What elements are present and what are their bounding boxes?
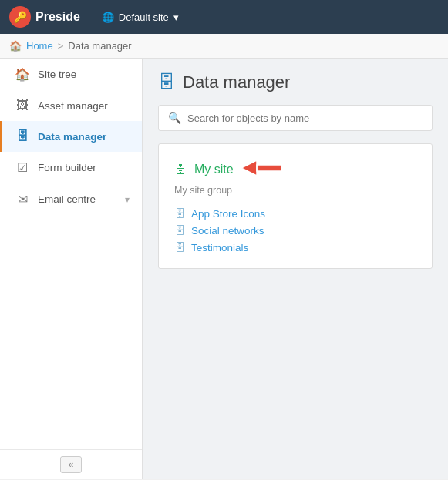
page-title-db-icon: 🗄 <box>158 72 175 92</box>
preside-icon <box>9 6 31 28</box>
page-title-area: 🗄 Data manager <box>158 72 433 92</box>
email-centre-icon: ✉ <box>15 192 30 206</box>
globe-icon: 🌐 <box>102 12 114 23</box>
site-selector-label: Default site <box>119 12 169 23</box>
list-item-app-store-icons[interactable]: 🗄 App Store Icons <box>174 205 416 222</box>
data-card-header: 🗄 My site <box>174 156 416 182</box>
content-area: 🗄 Data manager 🔍 🗄 My site <box>143 59 448 479</box>
list-item-social-networks[interactable]: 🗄 Social networks <box>174 222 416 239</box>
item-label-testimonials: Testimonials <box>191 242 248 253</box>
breadcrumb-separator: > <box>58 40 64 52</box>
sidebar-item-data-manager[interactable]: 🗄 Data manager <box>0 121 142 152</box>
site-tree-icon: 🏠 <box>15 67 30 82</box>
main-layout: 🏠 Site tree 🖼 Asset manager 🗄 Data manag… <box>0 59 448 479</box>
data-card: 🗄 My site My site group <box>158 143 433 269</box>
site-selector-chevron: ▾ <box>173 12 179 23</box>
item-db-icon-3: 🗄 <box>174 241 185 253</box>
svg-marker-1 <box>241 160 257 176</box>
item-db-icon-2: 🗄 <box>174 224 185 237</box>
sidebar-label-site-tree: Site tree <box>38 69 76 80</box>
page-title: Data manager <box>183 72 290 92</box>
sidebar-label-form-builder: Form builder <box>38 162 96 173</box>
search-bar: 🔍 <box>158 105 433 131</box>
site-selector[interactable]: 🌐 Default site ▾ <box>96 8 185 26</box>
home-icon: 🏠 <box>9 40 22 52</box>
search-icon: 🔍 <box>168 112 181 124</box>
sidebar-item-site-tree[interactable]: 🏠 Site tree <box>0 59 142 90</box>
brand-logo[interactable]: Preside <box>9 6 80 28</box>
search-input[interactable] <box>187 112 423 124</box>
card-group-subtitle: My site group <box>174 185 416 196</box>
sidebar: 🏠 Site tree 🖼 Asset manager 🗄 Data manag… <box>0 59 143 479</box>
sidebar-item-email-centre[interactable]: ✉ Email centre ▾ <box>0 183 142 215</box>
svg-rect-0 <box>257 165 281 171</box>
list-item-testimonials[interactable]: 🗄 Testimonials <box>174 239 416 256</box>
red-arrow-indicator <box>241 156 288 182</box>
sidebar-label-email-centre: Email centre <box>38 193 96 205</box>
email-centre-chevron: ▾ <box>125 194 130 205</box>
breadcrumb-current: Data manager <box>68 40 131 52</box>
sidebar-label-data-manager: Data manager <box>38 131 106 143</box>
collapse-button[interactable]: « <box>60 456 82 473</box>
asset-manager-icon: 🖼 <box>15 99 30 112</box>
sidebar-collapse[interactable]: « <box>0 449 142 479</box>
sidebar-item-form-builder[interactable]: ☑ Form builder <box>0 152 142 183</box>
sidebar-item-asset-manager[interactable]: 🖼 Asset manager <box>0 90 142 121</box>
item-label-social-networks: Social networks <box>191 225 264 237</box>
sidebar-label-asset-manager: Asset manager <box>38 100 108 112</box>
brand-name: Preside <box>35 10 80 24</box>
data-manager-icon: 🗄 <box>15 129 30 143</box>
breadcrumb-home-link[interactable]: Home <box>26 40 53 52</box>
top-nav: Preside 🌐 Default site ▾ <box>0 0 448 34</box>
item-db-icon-1: 🗄 <box>174 207 185 220</box>
breadcrumb: 🏠 Home > Data manager <box>0 34 448 59</box>
card-group-title[interactable]: My site <box>194 163 234 176</box>
item-label-app-store-icons: App Store Icons <box>191 208 265 220</box>
collapse-icon: « <box>69 459 74 470</box>
card-db-icon: 🗄 <box>174 163 187 176</box>
form-builder-icon: ☑ <box>15 160 30 175</box>
